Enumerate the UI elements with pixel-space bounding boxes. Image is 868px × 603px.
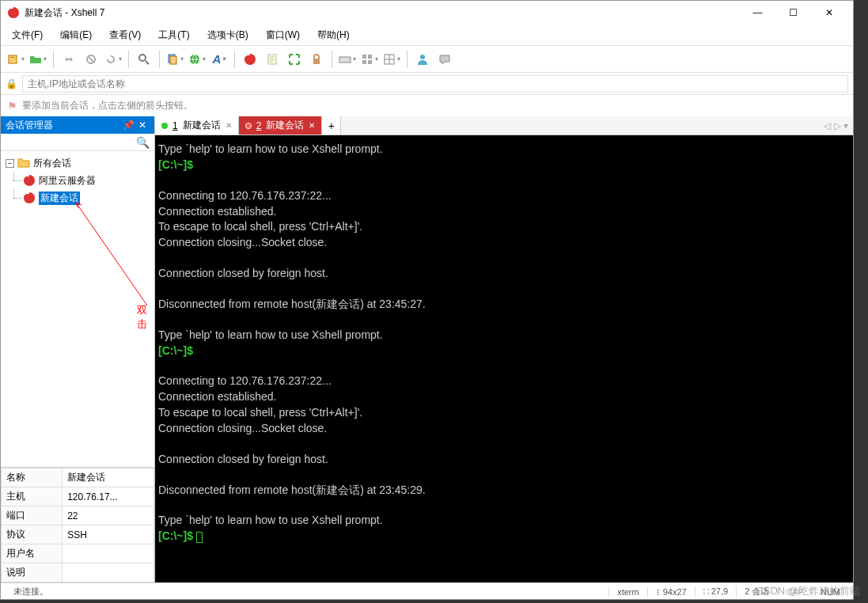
paste-button[interactable] — [187, 49, 207, 70]
fullscreen-button[interactable] — [284, 49, 305, 70]
statusbar: 未连接。 xterm ⫶ 94x27 ⸬ 27,9 2 会话 CAP NUM — [1, 582, 853, 600]
prop-row-port: 端口22 — [2, 506, 154, 525]
svg-point-15 — [420, 55, 425, 59]
separator — [128, 51, 129, 68]
font-button[interactable]: A — [209, 49, 229, 70]
bookmark-flag-icon[interactable]: ⚑ — [7, 100, 17, 112]
separator — [159, 51, 160, 68]
prop-row-user: 用户名 — [2, 544, 154, 563]
svg-rect-13 — [368, 60, 372, 64]
menubar: 文件(F) 编辑(E) 查看(V) 工具(T) 选项卡(B) 窗口(W) 帮助(… — [1, 25, 853, 45]
menu-window[interactable]: 窗口(W) — [263, 27, 303, 44]
menu-tabs[interactable]: 选项卡(B) — [204, 27, 252, 44]
tree-root[interactable]: − 所有会话 — [2, 154, 153, 172]
lock-icon: 🔒 — [6, 78, 17, 89]
annotation-arrow — [72, 199, 151, 309]
prop-row-desc: 说明 — [2, 563, 154, 582]
svg-rect-9 — [339, 57, 351, 63]
sidebar: 会话管理器 📌 ✕ 🔍 − 所有会话 阿里云服务器 新建会话 — [1, 116, 155, 582]
watermark: CSDN @吃炸鸡的前端 — [756, 584, 860, 598]
menu-tools[interactable]: 工具(T) — [155, 27, 192, 44]
address-input[interactable] — [22, 75, 848, 93]
status-connection: 未连接。 — [6, 586, 608, 597]
tab-close-icon[interactable]: ✕ — [226, 121, 232, 130]
menu-file[interactable]: 文件(F) — [9, 27, 46, 44]
prop-row-protocol: 协议SSH — [2, 525, 154, 544]
menu-edit[interactable]: 编辑(E) — [57, 27, 95, 44]
separator — [53, 51, 54, 68]
annotation-text: 双击 — [137, 303, 154, 332]
tab-1[interactable]: 1 新建会话 ✕ — [155, 116, 239, 135]
open-button[interactable] — [28, 49, 48, 70]
grid-button[interactable] — [359, 49, 380, 70]
property-panel: 名称新建会话 主机120.76.17... 端口22 协议SSH 用户名 说明 — [1, 467, 154, 582]
separator — [407, 51, 407, 68]
svg-rect-1 — [11, 57, 14, 58]
chat-button[interactable] — [434, 49, 455, 70]
layout-button[interactable] — [381, 49, 402, 70]
tab-number: 1 — [172, 120, 178, 131]
maximize-button[interactable]: ☐ — [775, 2, 811, 24]
script-button[interactable] — [262, 49, 282, 70]
tree-item-label: 阿里云服务器 — [39, 174, 96, 188]
transfer-button[interactable] — [59, 49, 79, 70]
session-tree: − 所有会话 阿里云服务器 新建会话 双击 — [1, 151, 154, 210]
tree-item-aliyun[interactable]: 阿里云服务器 — [2, 172, 153, 189]
lock-button[interactable] — [306, 49, 327, 70]
prop-row-host: 主机120.76.17... — [2, 487, 154, 506]
status-size: ⫶ 94x27 — [647, 587, 695, 597]
sidebar-close-icon[interactable]: ✕ — [135, 119, 150, 131]
sidebar-title: 会话管理器 — [6, 119, 121, 132]
status-dot-icon — [161, 123, 168, 129]
svg-rect-8 — [313, 59, 320, 64]
svg-rect-12 — [362, 60, 366, 64]
search-button[interactable] — [134, 49, 154, 70]
new-tab-button[interactable]: + — [322, 116, 341, 135]
addressbar: 🔒 — [1, 72, 853, 94]
close-button[interactable]: ✕ — [811, 2, 847, 24]
tab-2[interactable]: 2 新建会话 ✕ — [239, 116, 323, 135]
folder-icon — [17, 157, 30, 169]
bookmark-bar: ⚑ 要添加当前会话，点击左侧的箭头按钮。 — [1, 94, 853, 116]
svg-point-3 — [139, 55, 146, 61]
status-term: xterm — [608, 587, 647, 597]
svg-rect-0 — [9, 55, 17, 63]
content-area: 1 新建会话 ✕ 2 新建会话 ✕ + ◁ ▷ ▾ Type `help' to… — [155, 116, 853, 582]
keyboard-button[interactable] — [337, 49, 358, 70]
user-button[interactable] — [412, 49, 433, 70]
svg-rect-10 — [362, 55, 366, 59]
session-icon — [23, 174, 36, 187]
terminal[interactable]: Type `help' to learn how to use Xshell p… — [155, 135, 853, 582]
tree-root-label: 所有会话 — [33, 157, 71, 170]
disconnect-button[interactable] — [81, 49, 101, 70]
menu-view[interactable]: 查看(V) — [106, 27, 144, 44]
menu-help[interactable]: 帮助(H) — [314, 27, 353, 44]
status-pos: ⸬ 27,9 — [695, 586, 736, 597]
status-dot-icon — [245, 123, 252, 129]
reconnect-button[interactable] — [103, 49, 123, 70]
pin-icon[interactable]: 📌 — [121, 119, 135, 131]
copy-button[interactable] — [165, 49, 185, 70]
svg-rect-5 — [170, 56, 176, 64]
search-icon: 🔍 — [136, 136, 150, 149]
app-logo-icon — [7, 6, 20, 19]
new-session-button[interactable] — [6, 49, 26, 70]
window-title: 新建会话 - Xshell 7 — [25, 6, 740, 20]
tab-bar: 1 新建会话 ✕ 2 新建会话 ✕ + ◁ ▷ ▾ — [155, 116, 853, 135]
sidebar-search[interactable]: 🔍 — [1, 134, 154, 151]
bookmark-hint: 要添加当前会话，点击左侧的箭头按钮。 — [22, 99, 193, 112]
separator — [234, 51, 235, 68]
tab-label: 新建会话 — [266, 119, 304, 132]
separator — [332, 51, 332, 68]
svg-rect-11 — [368, 55, 372, 59]
collapse-icon[interactable]: − — [6, 159, 14, 168]
titlebar: 新建会话 - Xshell 7 — ☐ ✕ — [1, 1, 853, 25]
xshell-icon-button[interactable] — [240, 49, 260, 70]
sidebar-header: 会话管理器 📌 ✕ — [1, 116, 154, 134]
tab-close-icon[interactable]: ✕ — [309, 121, 315, 130]
toolbar: A — [1, 45, 853, 72]
minimize-button[interactable]: — — [740, 2, 775, 24]
cursor — [196, 532, 203, 543]
prop-row-name: 名称新建会话 — [2, 468, 154, 487]
tab-nav[interactable]: ◁ ▷ ▾ — [819, 116, 853, 135]
